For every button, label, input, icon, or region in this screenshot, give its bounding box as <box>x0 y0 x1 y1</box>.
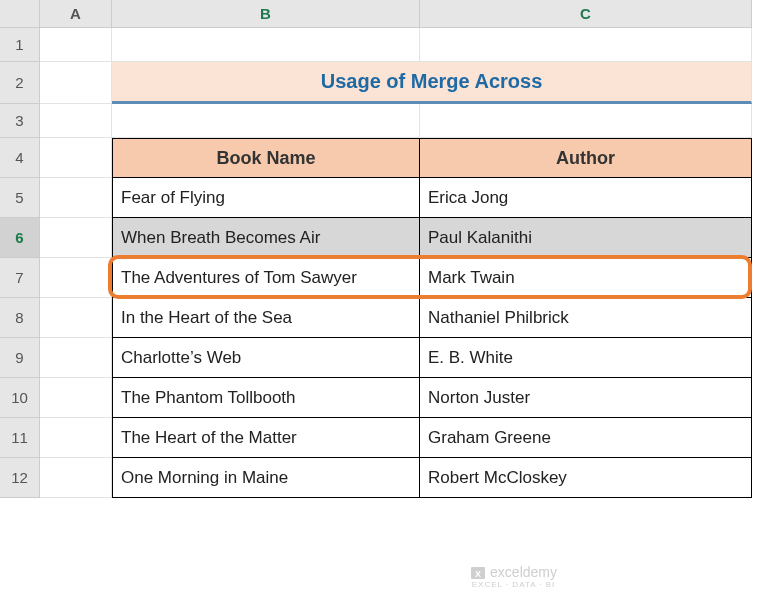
spreadsheet-grid: A B C 1 2 Usage of Merge Across 3 4 Book… <box>0 0 767 538</box>
row-header-12[interactable]: 12 <box>0 458 40 498</box>
table-row[interactable]: The Phantom Tollbooth <box>112 378 420 418</box>
cell-b1[interactable] <box>112 28 420 62</box>
table-row[interactable]: In the Heart of the Sea <box>112 298 420 338</box>
row-header-7[interactable]: 7 <box>0 258 40 298</box>
table-row[interactable]: Robert McCloskey <box>420 458 752 498</box>
cell-b3[interactable] <box>112 104 420 138</box>
row-header-6[interactable]: 6 <box>0 218 40 258</box>
watermark-brand: exceldemy <box>490 564 557 580</box>
cell-a8[interactable] <box>40 298 112 338</box>
cell-c1[interactable] <box>420 28 752 62</box>
table-row[interactable]: Charlotte’s Web <box>112 338 420 378</box>
cell-a5[interactable] <box>40 178 112 218</box>
table-row[interactable]: When Breath Becomes Air <box>112 218 420 258</box>
table-header-author[interactable]: Author <box>420 138 752 178</box>
table-row[interactable]: Nathaniel Philbrick <box>420 298 752 338</box>
cell-c3[interactable] <box>420 104 752 138</box>
table-row[interactable]: Mark Twain <box>420 258 752 298</box>
watermark-tag: EXCEL · DATA · BI <box>470 581 557 590</box>
row-header-10[interactable]: 10 <box>0 378 40 418</box>
row-header-2[interactable]: 2 <box>0 62 40 104</box>
cell-a7[interactable] <box>40 258 112 298</box>
table-row[interactable]: The Heart of the Matter <box>112 418 420 458</box>
col-header-a[interactable]: A <box>40 0 112 28</box>
cell-a2[interactable] <box>40 62 112 104</box>
table-row[interactable]: Norton Juster <box>420 378 752 418</box>
table-row[interactable]: One Morning in Maine <box>112 458 420 498</box>
cell-a1[interactable] <box>40 28 112 62</box>
table-row[interactable]: The Adventures of Tom Sawyer <box>112 258 420 298</box>
cell-a9[interactable] <box>40 338 112 378</box>
row-header-4[interactable]: 4 <box>0 138 40 178</box>
table-row[interactable]: Graham Greene <box>420 418 752 458</box>
cell-a12[interactable] <box>40 458 112 498</box>
cell-a10[interactable] <box>40 378 112 418</box>
table-row[interactable]: Paul Kalanithi <box>420 218 752 258</box>
svg-text:X: X <box>475 569 481 579</box>
excel-icon: X <box>470 565 486 581</box>
col-header-c[interactable]: C <box>420 0 752 28</box>
watermark: X exceldemy EXCEL · DATA · BI <box>470 565 557 590</box>
select-all-corner[interactable] <box>0 0 40 28</box>
row-header-5[interactable]: 5 <box>0 178 40 218</box>
cell-a6[interactable] <box>40 218 112 258</box>
col-header-b[interactable]: B <box>112 0 420 28</box>
cell-a3[interactable] <box>40 104 112 138</box>
cell-a11[interactable] <box>40 418 112 458</box>
row-header-9[interactable]: 9 <box>0 338 40 378</box>
table-header-book[interactable]: Book Name <box>112 138 420 178</box>
row-header-8[interactable]: 8 <box>0 298 40 338</box>
table-row[interactable]: E. B. White <box>420 338 752 378</box>
cell-a4[interactable] <box>40 138 112 178</box>
title-merged-cell[interactable]: Usage of Merge Across <box>112 62 752 104</box>
row-header-11[interactable]: 11 <box>0 418 40 458</box>
table-row[interactable]: Fear of Flying <box>112 178 420 218</box>
table-row[interactable]: Erica Jong <box>420 178 752 218</box>
row-header-1[interactable]: 1 <box>0 28 40 62</box>
row-header-3[interactable]: 3 <box>0 104 40 138</box>
svg-rect-0 <box>471 567 485 579</box>
